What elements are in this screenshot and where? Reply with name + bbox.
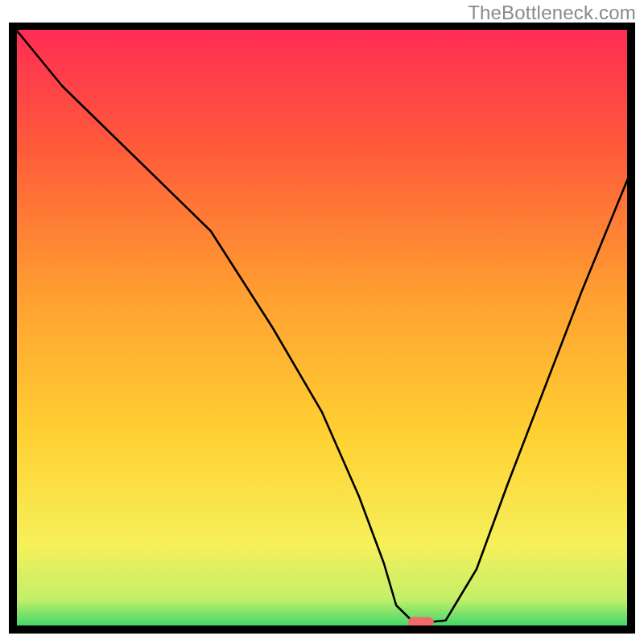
gradient-background — [13, 26, 631, 630]
chart-stage: TheBottleneck.com — [0, 0, 644, 644]
watermark-text: TheBottleneck.com — [468, 2, 636, 24]
plot-area — [8, 23, 636, 634]
bottleneck-chart — [8, 23, 636, 634]
